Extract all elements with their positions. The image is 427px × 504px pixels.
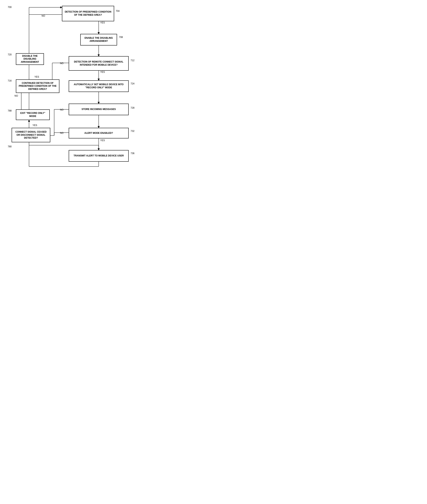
ref-712: 712: [131, 59, 134, 62]
label-no5: NO: [60, 132, 63, 134]
ref-720: 720: [8, 53, 12, 56]
label-yes5: YES: [100, 139, 105, 142]
label-no4: NO: [60, 109, 63, 111]
ref-736: 736: [131, 152, 134, 155]
arrows-layer: [4, 4, 160, 194]
label-yes3: YES: [34, 76, 39, 78]
label-yes2: YES: [100, 71, 105, 73]
label-no3: NO: [15, 94, 18, 97]
box-716: CONTINUED DETECTION OF PREDEFINED CONDIT…: [16, 79, 59, 93]
box-724: AUTOMATICALLY SET MOBILE DEVICE INTO "RE…: [69, 80, 129, 92]
ref-704: 704: [116, 10, 120, 12]
label-yes1: YES: [100, 21, 105, 24]
label-no1: NO: [42, 15, 45, 17]
ref-732: 732: [131, 130, 134, 132]
ref-788: 788: [8, 109, 12, 112]
ref-724: 724: [131, 82, 134, 85]
box-728: STORE INCOMING MESSAGES: [69, 104, 129, 115]
box-788: EXIT "RECORD ONLY" MODE: [16, 109, 50, 120]
box-708: ENABLE THE DISABLING ARRANGEMENT: [80, 34, 117, 46]
label-yes4: YES: [32, 124, 37, 127]
ref-708: 708: [119, 36, 123, 39]
ref-728: 728: [131, 107, 134, 109]
box-780: CONNECT SIGNAL CEASED OR DISCONNECT SIGN…: [12, 128, 50, 142]
box-736: TRANSMIT ALERT TO MOBILE DEVICE USER: [69, 150, 129, 162]
ref-716: 716: [8, 79, 12, 82]
label-no2: NO: [60, 62, 63, 65]
box-712: DETECTION OF REMOTE CONNECT SIGNAL INTEN…: [69, 56, 129, 71]
ref-780: 780: [8, 145, 12, 148]
box-704: DETECTION OF PREDEFINED CONDITION OF THE…: [62, 6, 114, 21]
ref-700: 700: [8, 6, 12, 8]
box-732: ALERT MODE ENABLED?: [69, 128, 129, 139]
flowchart-diagram: 700 DETECTION OF PREDEFINED CONDITION OF…: [4, 4, 160, 194]
box-720: DISABLE THE DISABLING ARRANGEMENT: [16, 53, 44, 65]
